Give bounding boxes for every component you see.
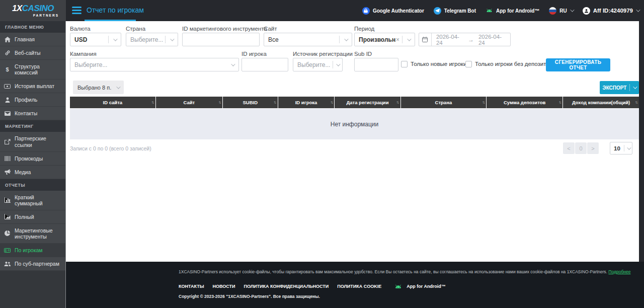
sidebar-item-label: Краткий суммарный (15, 194, 61, 206)
sort-icon[interactable]: ↑↓ (218, 100, 220, 105)
sidebar-item-partner-links[interactable]: Партнерские ссылки (0, 132, 65, 151)
player-id-input[interactable] (242, 58, 288, 71)
chevron-down-icon (636, 8, 640, 12)
sort-icon[interactable]: ↑↓ (396, 100, 398, 105)
sidebar-item-label: Партнерские ссылки (15, 135, 61, 147)
telegram-bot-link[interactable]: Telegram Bot (434, 7, 476, 15)
column-header-site[interactable]: Сайт↑↓ (156, 97, 222, 108)
page-size-select[interactable]: 10 (610, 142, 632, 155)
telegram-icon (434, 7, 441, 15)
page-title-underline (85, 20, 136, 21)
date-range-picker[interactable]: 2026-04-24 → 2026-04-24 (419, 33, 511, 46)
column-header-subid[interactable]: SUBID↑↓ (223, 97, 278, 108)
column-header-company-income[interactable]: Доход компании(общий)↑↓ (563, 97, 639, 108)
campaign-label: Кампания (70, 51, 97, 57)
sort-icon[interactable]: ↑↓ (635, 100, 637, 105)
export-button[interactable]: ЭКСПОРТ (600, 81, 639, 94)
sidebar-item-short-summary[interactable]: Краткий суммарный (0, 191, 65, 210)
sort-icon[interactable]: ↑↓ (151, 100, 153, 105)
column-header-country[interactable]: Страна↑↓ (401, 97, 487, 108)
current-page-button[interactable]: 0 (575, 142, 587, 154)
sidebar-item-full-report[interactable]: Полный (0, 210, 65, 224)
registration-source-select[interactable]: Выберите... (293, 58, 343, 71)
column-header-registration-date[interactable]: Дата регистрации↑↓ (335, 97, 400, 108)
footer-link-cookie-policy[interactable]: ПОЛИТИКА COOKIE (337, 284, 381, 289)
main-content: Валюта USD Страна Выберите... ID маркети… (66, 21, 639, 262)
pie-chart-icon (4, 230, 11, 236)
megaphone-icon (4, 169, 11, 175)
sidebar-item-by-subpartners[interactable]: По суб-партнерам (0, 257, 65, 271)
chevron-down-icon (407, 37, 411, 41)
sidebar-item-marketing-tools[interactable]: Маркетинговые инструменты (0, 224, 65, 244)
sort-icon[interactable]: ↑↓ (274, 100, 276, 105)
footer-android-link[interactable]: App for Android™ (394, 283, 446, 289)
dollar-icon: $ (4, 66, 11, 73)
clear-icon[interactable]: × (396, 36, 399, 43)
footer-link-news[interactable]: НОВОСТИ (212, 284, 235, 289)
android-app-link[interactable]: App for Android™ (486, 8, 539, 14)
sidebar-item-profile[interactable]: Профиль (0, 93, 65, 107)
currency-select[interactable]: USD (70, 33, 121, 46)
sidebar-item-label: По суб-партнерам (15, 261, 59, 267)
pager: < 0 > (563, 142, 599, 154)
share-link-icon (4, 139, 11, 145)
registration-source-label: Источник регистрации (293, 51, 353, 57)
sidebar-item-label: Полный (15, 214, 34, 220)
envelope-icon (4, 111, 11, 116)
cookie-more-link[interactable]: Подробнее (608, 269, 630, 274)
only-no-deposit-checkbox[interactable] (465, 61, 472, 67)
sidebar-item-by-players[interactable]: По игрокам (0, 244, 65, 257)
records-info: Записи с 0 по 0 (всего 0 записей) (70, 145, 151, 151)
generate-report-button[interactable]: СГЕНЕРИРОВАТЬ ОТЧЕТ (546, 58, 610, 71)
only-new-players-label: Только новые игроки (411, 61, 466, 67)
chevron-down-icon (170, 37, 174, 41)
sub-id-input[interactable] (354, 58, 398, 71)
brand-logo[interactable]: 1XCASINO PARTNERS (0, 0, 66, 21)
bar-chart-icon (4, 197, 11, 203)
campaign-select[interactable]: Выберите... (70, 58, 239, 71)
sidebar-item-media[interactable]: Медиа (0, 166, 65, 179)
sort-icon[interactable]: ↑↓ (330, 100, 332, 105)
date-to-value[interactable]: 2026-04-24 (474, 34, 510, 46)
top-bar: 1XCASINO PARTNERS Отчет по игрокам Googl… (0, 0, 644, 21)
country-select[interactable]: Выберите... (126, 33, 178, 46)
banknote-icon (4, 84, 11, 89)
sidebar-item-commission[interactable]: $ Структура комиссий (0, 60, 65, 80)
column-header-deposits-sum[interactable]: Сумма депозитов↑↓ (487, 97, 562, 108)
users-icon (4, 261, 11, 266)
menu-toggle-icon[interactable] (72, 7, 82, 14)
marketing-tool-id-input[interactable] (182, 33, 260, 46)
sidebar-item-label: Главная (15, 36, 35, 42)
sidebar-item-home[interactable]: Главная (0, 33, 65, 46)
home-icon (4, 37, 11, 42)
sidebar-item-promocodes[interactable]: Промокоды (0, 152, 65, 166)
prev-page-button[interactable]: < (563, 142, 575, 154)
only-new-players-checkbox[interactable] (401, 61, 408, 67)
chevron-down-icon (570, 8, 574, 12)
columns-selector[interactable]: Выбрано 8 п. (73, 81, 124, 94)
account-menu[interactable]: Aff ID:4240979 (583, 7, 639, 15)
android-app-label: App for Android™ (496, 8, 539, 14)
column-header-player-id[interactable]: ID игрока↑↓ (278, 97, 335, 108)
sidebar-item-payout-history[interactable]: История выплат (0, 80, 65, 93)
language-selector[interactable]: RU (549, 7, 573, 15)
sidebar-item-label: Контакты (15, 110, 37, 116)
google-authenticator-label: Google Authenticator (373, 8, 424, 14)
next-page-button[interactable]: > (587, 142, 599, 154)
page-title: Отчет по игрокам (87, 6, 144, 14)
sort-icon[interactable]: ↑↓ (482, 100, 484, 105)
site-select[interactable]: Все (264, 33, 352, 46)
table-empty-state: Нет информации (70, 109, 639, 139)
footer-link-contacts[interactable]: КОНТАКТЫ (179, 284, 204, 289)
sidebar-item-contacts[interactable]: Контакты (0, 107, 65, 120)
sort-icon[interactable]: ↑↓ (558, 100, 560, 105)
sidebar-item-websites[interactable]: Веб-сайты (0, 46, 65, 60)
period-select[interactable]: Произвольн... × (354, 33, 415, 46)
sidebar-item-label: История выплат (15, 83, 54, 89)
date-from-value[interactable]: 2026-04-24 (432, 34, 468, 46)
column-header-site-id[interactable]: ID сайта↑↓ (70, 97, 155, 108)
sidebar-section-marketing: МАРКЕТИНГ (0, 120, 65, 132)
language-label: RU (559, 8, 567, 14)
footer-link-privacy-policy[interactable]: ПОЛИТИКА КОНФИДЕНЦИАЛЬНОСТИ (244, 284, 329, 289)
google-authenticator-link[interactable]: Google Authenticator (362, 7, 424, 15)
